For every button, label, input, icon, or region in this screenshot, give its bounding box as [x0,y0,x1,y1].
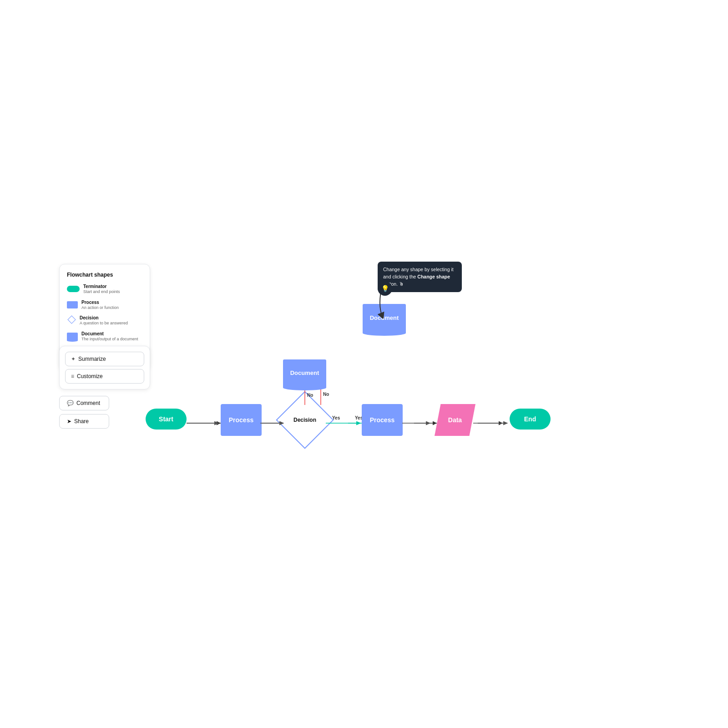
end-node: End [510,409,551,430]
decision-label-wrapper: Decision [284,399,325,440]
extra-buttons: 💬 Comment ➤ Share [59,396,109,429]
document-node-label: Document [370,314,399,321]
process1-node: Process [221,404,262,436]
decision-label: Decision [80,315,128,321]
share-button[interactable]: ➤ Share [59,414,109,429]
process2-label: Process [370,416,394,424]
document-label: Document [81,331,138,337]
terminator-desc: Start and end points [83,289,120,295]
legend-item-decision: Decision A question to be answered [67,315,142,326]
summarize-label: Summarize [78,356,106,362]
doc-shape-label: Document [290,369,319,376]
terminator-label: Terminator [83,283,120,289]
terminator-text: Terminator Start and end points [83,283,120,295]
document-node: Document [363,304,406,331]
share-icon: ➤ [67,418,71,425]
process-desc: An action or function [81,305,119,311]
decision-label: Decision [293,417,316,423]
legend-item-process: Process An action or function [67,299,142,311]
data-node: Data [435,404,475,436]
legend-item-terminator: Terminator Start and end points [67,283,142,295]
start-label: Start [159,415,173,423]
comment-icon: 💬 [67,400,74,406]
terminator-shape-icon [67,284,80,292]
action-buttons-panel: ✦ Summarize ≡ Customize [59,346,150,389]
process2-node: Process [362,404,403,436]
process1-label: Process [229,416,253,424]
hint-icon: 💡 [378,281,392,296]
decision-desc: A question to be answered [80,321,128,326]
document-shape-icon [67,332,78,340]
decision-text: Decision A question to be answered [80,315,128,326]
decision-shape-icon [67,315,76,324]
flowchart-svg: Yes No [132,364,573,491]
customize-label: Customize [77,373,103,379]
svg-text:No: No [323,392,329,397]
share-label: Share [74,418,89,425]
customize-button[interactable]: ≡ Customize [65,369,144,384]
data-label: Data [448,416,462,424]
comment-label: Comment [76,400,100,406]
doc-shape-wrapper: Document [283,359,326,386]
document-shape: Document [363,304,406,331]
process-label: Process [81,299,119,305]
summarize-icon: ✦ [71,356,76,362]
legend-title: Flowchart shapes [67,272,142,278]
process-shape-icon [67,300,78,308]
customize-icon: ≡ [71,373,74,379]
start-node: Start [146,409,187,430]
comment-button[interactable]: 💬 Comment [59,396,109,410]
end-label: End [524,415,536,423]
hint-text: Change any shape by selecting it and cli… [383,267,454,287]
summarize-button[interactable]: ✦ Summarize [65,352,144,366]
doc-wave [283,385,326,390]
legend-item-document: Document The input/output of a document [67,331,142,342]
process-text: Process An action or function [81,299,119,311]
document-desc: The input/output of a document [81,337,138,342]
doc-shape-main: Document [283,359,326,386]
document-text: Document The input/output of a document [81,331,138,342]
